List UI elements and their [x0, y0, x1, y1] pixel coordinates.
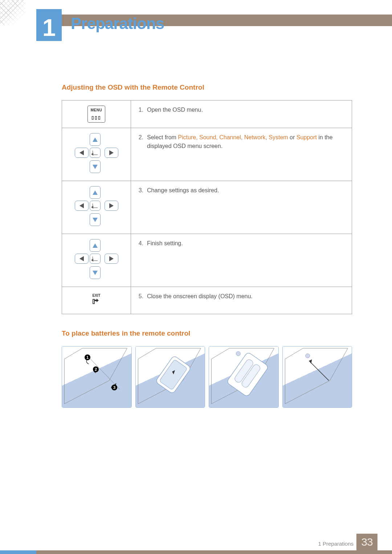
- chapter-title: Preparations: [71, 15, 164, 33]
- callout-bubble: 3: [111, 385, 117, 390]
- dpad-enter-icon: [90, 148, 101, 158]
- exit-button-label: EXIT: [92, 293, 101, 298]
- step-cell: 2. Select from Picture, Sound, Channel, …: [131, 128, 352, 181]
- dpad-enter-icon: [90, 201, 101, 211]
- battery-panel-3: [209, 346, 279, 408]
- step-text: Change settings as desired.: [147, 186, 346, 195]
- step-highlight: Picture, Sound, Channel, Network, System: [178, 134, 288, 140]
- chapter-number-box: 1: [36, 9, 62, 41]
- table-row: EXIT 5. Close the onscreen display (OSD)…: [62, 287, 352, 314]
- menu-button-label: MENU: [91, 107, 102, 113]
- icon-cell: [62, 128, 131, 181]
- step-text: Finish setting.: [147, 239, 346, 248]
- icon-cell: [62, 234, 131, 287]
- battery-diagram-2-icon: [136, 346, 205, 407]
- step-text: Close the onscreen display (OSD) menu.: [147, 292, 346, 301]
- step-cell: 4. Finish setting.: [131, 234, 352, 287]
- dpad-down-icon: [90, 266, 101, 279]
- step-number: 2.: [137, 133, 147, 151]
- step-number: 1.: [137, 106, 147, 114]
- dpad-left-icon: [75, 148, 89, 158]
- step-number: 5.: [137, 292, 147, 301]
- dpad-icon: [75, 133, 118, 173]
- battery-diagram-row: 1 2 3: [62, 346, 352, 408]
- menu-button-icon: MENU ▯▯▯: [87, 106, 105, 123]
- page-footer: 1 Preparations 33: [0, 536, 392, 554]
- page-header: 1 Preparations: [0, 0, 392, 36]
- exit-button-icon: EXIT: [90, 292, 103, 309]
- step-text-prefix: Select from: [147, 134, 178, 140]
- icon-cell: MENU ▯▯▯: [62, 100, 131, 128]
- battery-diagram-4-icon: [283, 346, 352, 407]
- icon-cell: [62, 181, 131, 234]
- section-heading-batteries: To place batteries in the remote control: [62, 329, 352, 337]
- dpad-right-icon: [105, 254, 118, 264]
- step-number: 3.: [137, 186, 147, 195]
- svg-point-9: [305, 354, 310, 358]
- battery-panel-4: [282, 346, 352, 408]
- step-cell: 5. Close the onscreen display (OSD) menu…: [131, 287, 352, 314]
- step-text-mid: or: [288, 134, 297, 140]
- page-number-box: 33: [356, 534, 377, 550]
- footer-band: [0, 550, 392, 554]
- menu-button-slots: ▯▯▯: [91, 115, 101, 120]
- battery-diagram-1-icon: [62, 346, 131, 407]
- svg-rect-0: [93, 299, 94, 304]
- dpad-right-icon: [105, 201, 118, 211]
- dpad-down-icon: [90, 213, 101, 226]
- table-row: 2. Select from Picture, Sound, Channel, …: [62, 128, 352, 181]
- step-cell: 3. Change settings as desired.: [131, 181, 352, 234]
- svg-point-8: [236, 352, 240, 356]
- table-row: 4. Finish setting.: [62, 234, 352, 287]
- dpad-icon: [75, 239, 118, 279]
- callout-bubble: 1: [85, 354, 90, 360]
- battery-diagram-3-icon: [209, 346, 278, 407]
- step-number: 4.: [137, 239, 147, 248]
- icon-cell: EXIT: [62, 287, 131, 314]
- dpad-left-icon: [75, 201, 89, 211]
- page-content: Adjusting the OSD with the Remote Contro…: [0, 36, 392, 408]
- corner-hatch-decoration: [0, 0, 25, 25]
- step-text: Select from Picture, Sound, Channel, Net…: [147, 133, 346, 151]
- page-number: 33: [361, 536, 372, 548]
- footer-section-ref: 1 Preparations: [318, 541, 354, 547]
- battery-panel-2: [135, 346, 205, 408]
- exit-arrow-icon: [92, 298, 101, 305]
- dpad-right-icon: [105, 148, 118, 158]
- dpad-left-icon: [75, 254, 89, 264]
- step-highlight-2: Support: [297, 134, 317, 140]
- battery-panel-1: 1 2 3: [62, 346, 132, 408]
- section-heading-adjusting: Adjusting the OSD with the Remote Contro…: [62, 83, 352, 91]
- dpad-icon: [75, 186, 118, 226]
- step-cell: 1. Open the OSD menu.: [131, 100, 352, 128]
- dpad-up-icon: [90, 133, 101, 146]
- table-row: 3. Change settings as desired.: [62, 181, 352, 234]
- step-text: Open the OSD menu.: [147, 106, 346, 114]
- callout-bubble: 2: [93, 366, 99, 372]
- table-row: MENU ▯▯▯ 1. Open the OSD menu.: [62, 100, 352, 128]
- chapter-number: 1: [42, 16, 56, 40]
- osd-steps-table: MENU ▯▯▯ 1. Open the OSD menu.: [62, 100, 352, 314]
- dpad-up-icon: [90, 239, 101, 252]
- dpad-up-icon: [90, 186, 101, 199]
- dpad-enter-icon: [90, 254, 101, 264]
- dpad-down-icon: [90, 160, 101, 173]
